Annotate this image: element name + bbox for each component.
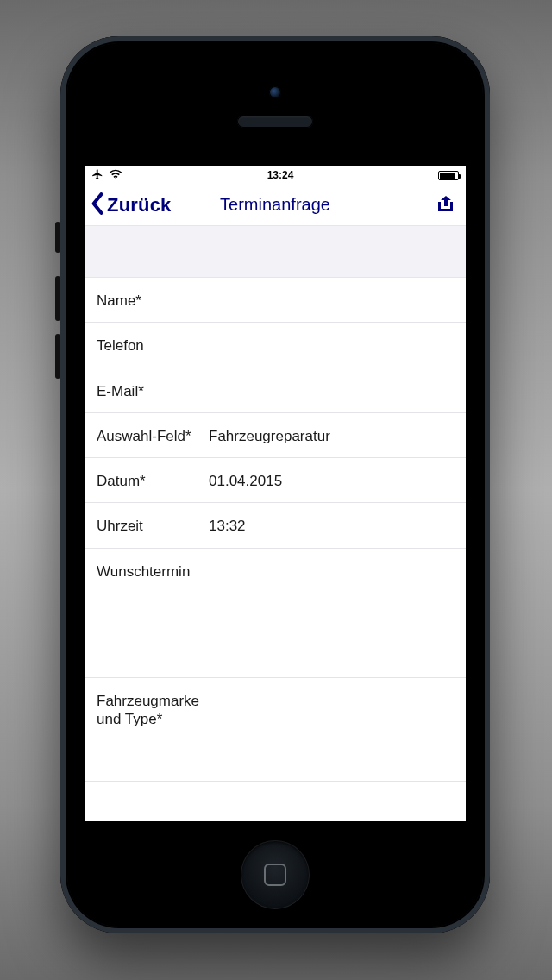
- status-time: 13:24: [267, 169, 294, 181]
- datum-value[interactable]: 01.04.2015: [209, 472, 454, 490]
- fahrzeug-label: Fahrzeugmarke und Type*: [97, 692, 209, 729]
- phone-device: 13:24 Zurück Terminanfrage Name*: [60, 36, 490, 933]
- email-input[interactable]: [209, 382, 454, 400]
- datum-field[interactable]: Datum* 01.04.2015: [85, 458, 466, 503]
- auswahl-field[interactable]: Auswahl-Feld* Fahrzeugreparatur: [85, 413, 466, 458]
- home-button[interactable]: [241, 840, 310, 909]
- svg-point-0: [115, 178, 116, 179]
- share-button[interactable]: [435, 194, 455, 217]
- back-button[interactable]: Zurück: [90, 192, 172, 218]
- battery-icon: [438, 171, 459, 180]
- email-field[interactable]: E-Mail*: [85, 368, 466, 413]
- navigation-bar: Zurück Terminanfrage: [85, 185, 466, 226]
- phone-screen: 13:24 Zurück Terminanfrage Name*: [85, 166, 466, 821]
- auswahl-value[interactable]: Fahrzeugreparatur: [209, 427, 454, 445]
- chevron-left-icon: [90, 192, 105, 218]
- wunschtermin-field[interactable]: Wunschtermin: [85, 549, 466, 678]
- back-label: Zurück: [107, 194, 172, 217]
- name-label: Name*: [97, 292, 209, 310]
- wifi-icon: [109, 169, 122, 182]
- side-button-volume-up: [55, 276, 60, 321]
- header-spacer: [85, 226, 466, 278]
- telefon-input[interactable]: [209, 336, 454, 355]
- datum-label: Datum*: [97, 472, 209, 490]
- name-field[interactable]: Name*: [85, 278, 466, 323]
- uhrzeit-value[interactable]: 13:32: [209, 517, 454, 535]
- side-button-mute: [55, 222, 60, 253]
- uhrzeit-label: Uhrzeit: [97, 517, 209, 535]
- telefon-label: Telefon: [97, 336, 209, 355]
- battery-fill: [440, 173, 455, 179]
- wunschtermin-input[interactable]: [209, 562, 454, 636]
- fahrzeug-input[interactable]: [209, 692, 454, 747]
- email-label: E-Mail*: [97, 382, 209, 400]
- front-camera: [269, 86, 281, 98]
- wunschtermin-label: Wunschtermin: [97, 562, 209, 581]
- home-square-icon: [264, 864, 286, 886]
- telefon-field[interactable]: Telefon: [85, 323, 466, 368]
- auswahl-label: Auswahl-Feld*: [97, 427, 209, 445]
- speaker-slot: [237, 116, 313, 128]
- fahrzeug-field[interactable]: Fahrzeugmarke und Type*: [85, 678, 466, 782]
- uhrzeit-field[interactable]: Uhrzeit 13:32: [85, 503, 466, 548]
- status-bar: 13:24: [85, 166, 466, 185]
- side-button-volume-down: [55, 334, 60, 379]
- airplane-mode-icon: [91, 168, 104, 183]
- name-input[interactable]: [209, 292, 454, 310]
- appointment-form: Name* Telefon E-Mail* Auswahl-Feld* Fahr…: [85, 278, 466, 782]
